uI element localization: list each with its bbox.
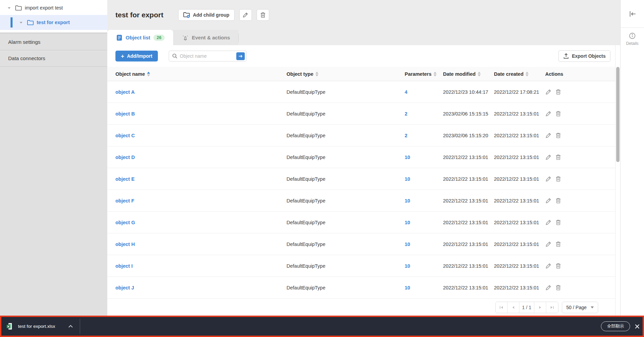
downloaded-file-name[interactable]: test for export.xlsx bbox=[18, 324, 55, 329]
table-row: object C DefaultEquipType 2 2023/02/06 1… bbox=[107, 125, 615, 146]
object-name-link[interactable]: object E bbox=[115, 176, 287, 182]
details-tab[interactable]: Details bbox=[621, 28, 644, 46]
tree-item-import-export-test[interactable]: import export test bbox=[0, 1, 107, 15]
sidebar-item-data-connectors[interactable]: Data connectors bbox=[0, 50, 107, 67]
column-header-date-created[interactable]: Date created bbox=[494, 71, 545, 77]
edit-row-icon[interactable] bbox=[545, 89, 552, 95]
delete-row-icon[interactable] bbox=[555, 241, 561, 247]
column-header-parameters[interactable]: Parameters bbox=[405, 71, 443, 77]
parameters-link[interactable]: 10 bbox=[405, 285, 443, 290]
delete-group-button[interactable] bbox=[257, 9, 269, 21]
excel-file-icon bbox=[6, 323, 13, 330]
date-created-cell: 2022/12/22 13:15:01 bbox=[494, 263, 545, 269]
delete-row-icon[interactable] bbox=[555, 132, 561, 139]
sidebar-menu: Alarm settings Data connectors bbox=[0, 33, 107, 67]
chevron-up-icon[interactable] bbox=[68, 325, 73, 328]
sort-icon[interactable] bbox=[434, 72, 437, 76]
delete-row-icon[interactable] bbox=[555, 263, 561, 269]
parameters-link[interactable]: 4 bbox=[405, 89, 443, 95]
delete-row-icon[interactable] bbox=[555, 197, 561, 204]
show-all-label: 全部顯示 bbox=[607, 323, 624, 329]
edit-row-icon[interactable] bbox=[545, 263, 552, 269]
object-name-link[interactable]: object A bbox=[115, 89, 287, 95]
object-name-link[interactable]: object H bbox=[115, 242, 287, 247]
scrollbar-thumb[interactable] bbox=[616, 67, 620, 162]
column-header-object-name[interactable]: Object name bbox=[115, 71, 287, 77]
tab-object-list[interactable]: Object list 26 bbox=[107, 30, 173, 45]
show-all-downloads-button[interactable]: 全部顯示 bbox=[601, 321, 630, 331]
parameters-link[interactable]: 2 bbox=[405, 133, 443, 138]
row-actions bbox=[545, 263, 615, 269]
object-type-cell: DefaultEquipType bbox=[287, 89, 405, 95]
delete-row-icon[interactable] bbox=[555, 176, 561, 182]
add-import-button[interactable]: + Add/Import bbox=[115, 51, 158, 61]
sidebar-item-alarm-settings[interactable]: Alarm settings bbox=[0, 33, 107, 50]
object-search-input[interactable] bbox=[180, 53, 236, 59]
edit-row-icon[interactable] bbox=[545, 154, 552, 160]
vertical-scrollbar[interactable] bbox=[615, 45, 620, 316]
trash-icon bbox=[260, 12, 266, 18]
close-icon[interactable] bbox=[635, 324, 640, 329]
delete-row-icon[interactable] bbox=[555, 110, 561, 117]
table-row: object H DefaultEquipType 10 2022/12/22 … bbox=[107, 233, 615, 255]
object-name-link[interactable]: object G bbox=[115, 220, 287, 225]
edit-row-icon[interactable] bbox=[545, 219, 552, 226]
caret-down-icon[interactable] bbox=[19, 21, 23, 24]
add-child-group-button[interactable]: Add child group bbox=[178, 9, 234, 21]
object-name-link[interactable]: object D bbox=[115, 155, 287, 160]
edit-row-icon[interactable] bbox=[545, 132, 552, 139]
sort-icon[interactable] bbox=[147, 72, 150, 76]
edit-row-icon[interactable] bbox=[545, 241, 552, 247]
sort-icon[interactable] bbox=[315, 72, 318, 76]
parameters-link[interactable]: 10 bbox=[405, 155, 443, 160]
parameters-link[interactable]: 10 bbox=[405, 263, 443, 269]
object-name-link[interactable]: object B bbox=[115, 111, 287, 117]
delete-row-icon[interactable] bbox=[555, 284, 561, 291]
first-page-button[interactable] bbox=[496, 302, 508, 313]
last-page-button[interactable] bbox=[546, 302, 558, 313]
sort-icon[interactable] bbox=[526, 72, 529, 76]
edit-row-icon[interactable] bbox=[545, 284, 552, 291]
export-objects-button[interactable]: Export Objects bbox=[558, 50, 610, 62]
object-name-link[interactable]: object C bbox=[115, 133, 287, 138]
edit-row-icon[interactable] bbox=[545, 176, 552, 182]
parameters-link[interactable]: 2 bbox=[405, 111, 443, 117]
tree-item-test-for-export[interactable]: test for export bbox=[0, 15, 107, 30]
object-name-link[interactable]: object J bbox=[115, 285, 287, 290]
table-row: object I DefaultEquipType 10 2022/12/22 … bbox=[107, 255, 615, 277]
details-label: Details bbox=[626, 41, 639, 46]
object-type-cell: DefaultEquipType bbox=[287, 285, 405, 290]
next-page-button[interactable] bbox=[534, 302, 546, 313]
object-type-cell: DefaultEquipType bbox=[287, 176, 405, 182]
date-created-cell: 2022/12/22 13:15:01 bbox=[494, 155, 545, 160]
parameters-link[interactable]: 10 bbox=[405, 220, 443, 225]
object-name-link[interactable]: object I bbox=[115, 263, 287, 269]
edit-group-button[interactable] bbox=[239, 9, 252, 21]
date-created-cell: 2022/12/22 13:15:01 bbox=[494, 111, 545, 117]
delete-row-icon[interactable] bbox=[555, 89, 561, 95]
page-size-select[interactable]: 50 / Page bbox=[562, 302, 598, 313]
collapse-panel-button[interactable] bbox=[621, 0, 644, 28]
delete-row-icon[interactable] bbox=[555, 154, 561, 160]
caret-down-icon[interactable] bbox=[7, 7, 11, 9]
sort-icon[interactable] bbox=[478, 72, 481, 76]
prev-page-button[interactable] bbox=[508, 302, 519, 313]
add-import-label: Add/Import bbox=[127, 53, 152, 59]
row-actions bbox=[545, 89, 615, 95]
menu-item-label: Alarm settings bbox=[8, 39, 40, 45]
column-header-object-type[interactable]: Object type bbox=[287, 71, 405, 77]
column-header-date-modified[interactable]: Date modified bbox=[443, 71, 494, 77]
content-panel: + Add/Import Export Objects bbox=[107, 45, 615, 316]
parameters-link[interactable]: 10 bbox=[405, 242, 443, 247]
left-sidebar: import export test test for export Alarm… bbox=[0, 0, 107, 316]
pager: 1 / 1 bbox=[495, 302, 558, 313]
search-submit-button[interactable] bbox=[236, 52, 245, 60]
row-actions bbox=[545, 241, 615, 247]
object-name-link[interactable]: object F bbox=[115, 198, 287, 203]
delete-row-icon[interactable] bbox=[555, 219, 561, 226]
parameters-link[interactable]: 10 bbox=[405, 176, 443, 182]
edit-row-icon[interactable] bbox=[545, 110, 552, 117]
edit-row-icon[interactable] bbox=[545, 197, 552, 204]
tab-event-actions[interactable]: Event & actions bbox=[173, 30, 238, 45]
parameters-link[interactable]: 10 bbox=[405, 198, 443, 203]
